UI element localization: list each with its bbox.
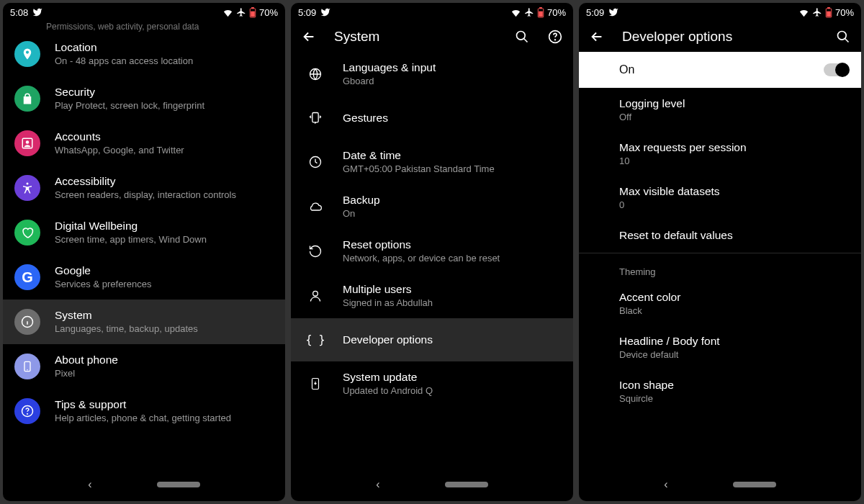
settings-item-tips-support[interactable]: Tips & supportHelp articles, phone & cha… — [3, 389, 285, 433]
item-subtitle: Screen readers, display, interaction con… — [55, 189, 274, 202]
info-icon — [14, 309, 40, 335]
nav-bar: ‹ — [3, 472, 285, 501]
svg-rect-17 — [312, 113, 318, 122]
search-button[interactable] — [514, 29, 530, 45]
system-item-developer-options[interactable]: { }Developer options — [291, 318, 573, 361]
nav-bar: ‹ — [291, 472, 573, 501]
item-subtitle: Gboard — [343, 76, 562, 88]
system-item-languages-input[interactable]: Languages & inputGboard — [291, 52, 573, 96]
status-bar: 5:09 70% — [579, 3, 861, 20]
item-subtitle: Signed in as Abdullah — [343, 297, 562, 310]
update-phone-icon — [302, 371, 328, 397]
status-time: 5:09 — [586, 7, 604, 18]
item-subtitle: Updated to Android Q — [343, 385, 562, 397]
settings-item-location[interactable]: LocationOn - 48 apps can access location — [3, 32, 285, 76]
help-button[interactable] — [547, 29, 563, 45]
truncated-prev-item: Permissions, web activity, personal data — [3, 20, 285, 32]
item-title: Logging level — [619, 97, 850, 110]
item-subtitle: 10 — [619, 156, 850, 166]
item-subtitle: Off — [619, 112, 850, 122]
nav-back-icon[interactable]: ‹ — [376, 478, 379, 491]
item-subtitle: Black — [619, 305, 850, 316]
airplane-icon — [524, 7, 534, 17]
item-title: Location — [55, 40, 274, 55]
phone-icon — [14, 354, 40, 379]
item-title: Max requests per session — [619, 141, 850, 154]
item-subtitle: On — [343, 208, 562, 220]
globe-icon — [302, 61, 328, 87]
dev-item-max-visible-datasets[interactable]: Max visible datasets0 — [579, 176, 861, 220]
settings-item-accounts[interactable]: AccountsWhatsApp, Google, and Twitter — [3, 121, 285, 166]
settings-item-security[interactable]: SecurityPlay Protect, screen lock, finge… — [3, 76, 285, 121]
system-item-date-time[interactable]: Date & timeGMT+05:00 Pakistan Standard T… — [291, 140, 573, 184]
settings-item-accessibility[interactable]: AccessibilityScreen readers, display, in… — [3, 166, 285, 210]
wifi-icon — [510, 7, 521, 18]
master-toggle-row[interactable]: On — [579, 52, 861, 88]
back-button[interactable] — [589, 29, 605, 45]
page-title: Developer options — [622, 29, 818, 45]
item-title: Icon shape — [619, 379, 850, 392]
item-title: Google — [55, 264, 274, 278]
settings-item-system[interactable]: SystemLanguages, time, backup, updates — [3, 300, 285, 344]
toggle-switch[interactable] — [824, 63, 848, 76]
dev-item-reset-to-default-values[interactable]: Reset to default values — [579, 220, 861, 251]
battery-percent: 70% — [259, 7, 278, 18]
dev-options-list: Logging levelOffMax requests per session… — [579, 88, 861, 472]
theming-item-headline-body-font[interactable]: Headline / Body fontDevice default — [579, 325, 861, 369]
battery-percent: 70% — [835, 7, 854, 18]
item-subtitle: Network, apps, or device can be reset — [343, 253, 562, 265]
search-button[interactable] — [835, 29, 851, 45]
item-title: Date & time — [343, 148, 562, 163]
status-time: 5:08 — [10, 7, 28, 18]
nav-back-icon[interactable]: ‹ — [664, 478, 667, 491]
item-title: Reset options — [343, 238, 562, 252]
system-item-system-update[interactable]: System updateUpdated to Android Q — [291, 361, 573, 406]
clock-icon — [302, 149, 328, 175]
item-title: Multiple users — [343, 282, 562, 297]
item-title: Reset to default values — [619, 229, 850, 242]
master-toggle-label: On — [619, 63, 634, 76]
item-subtitle: Pixel — [55, 368, 274, 380]
system-item-gestures[interactable]: Gestures — [291, 96, 573, 140]
twitter-icon — [608, 7, 618, 17]
item-subtitle: Screen time, app timers, Wind Down — [55, 234, 274, 246]
theming-item-icon-shape[interactable]: Icon shapeSquircle — [579, 369, 861, 413]
system-item-backup[interactable]: BackupOn — [291, 184, 573, 229]
developer-options-screen: 5:09 70% Developer options On Logging le… — [579, 3, 861, 501]
settings-item-google[interactable]: GGoogleServices & preferences — [3, 255, 285, 300]
nav-home-pill[interactable] — [445, 482, 488, 487]
person-box-icon — [14, 130, 40, 156]
heart-icon — [14, 220, 40, 246]
svg-rect-1 — [251, 7, 254, 9]
location-icon — [14, 41, 40, 67]
cloud-icon — [302, 194, 328, 220]
nav-home-pill[interactable] — [733, 482, 776, 487]
item-subtitle: Play Protect, screen lock, fingerprint — [55, 100, 274, 112]
item-title: Accessibility — [55, 174, 274, 189]
svg-rect-11 — [539, 7, 542, 9]
item-title: Languages & input — [343, 60, 562, 75]
page-title: System — [334, 29, 497, 45]
item-title: Max visible datasets — [619, 185, 850, 198]
item-title: Gestures — [343, 111, 562, 125]
svg-rect-23 — [827, 11, 831, 17]
system-item-reset-options[interactable]: Reset optionsNetwork, apps, or device ca… — [291, 229, 573, 274]
item-title: Security — [55, 85, 274, 99]
dev-item-logging-level[interactable]: Logging levelOff — [579, 88, 861, 132]
item-subtitle: GMT+05:00 Pakistan Standard Time — [343, 163, 562, 176]
back-button[interactable] — [301, 29, 317, 45]
svg-point-19 — [313, 291, 318, 296]
system-item-multiple-users[interactable]: Multiple usersSigned in as Abdullah — [291, 274, 573, 318]
svg-rect-12 — [539, 11, 543, 17]
item-title: Headline / Body font — [619, 335, 850, 348]
system-screen: 5:09 70% System Languages & inputGboardG… — [291, 3, 573, 501]
theming-item-accent-color[interactable]: Accent colorBlack — [579, 282, 861, 325]
nav-back-icon[interactable]: ‹ — [88, 478, 91, 491]
battery-icon — [825, 7, 832, 18]
settings-list: LocationOn - 48 apps can access location… — [3, 32, 285, 472]
dev-item-max-requests-per-session[interactable]: Max requests per session10 — [579, 132, 861, 176]
svg-rect-22 — [827, 7, 830, 9]
nav-home-pill[interactable] — [157, 482, 200, 487]
settings-item-digital-wellbeing[interactable]: Digital WellbeingScreen time, app timers… — [3, 210, 285, 255]
settings-item-about-phone[interactable]: About phonePixel — [3, 344, 285, 389]
